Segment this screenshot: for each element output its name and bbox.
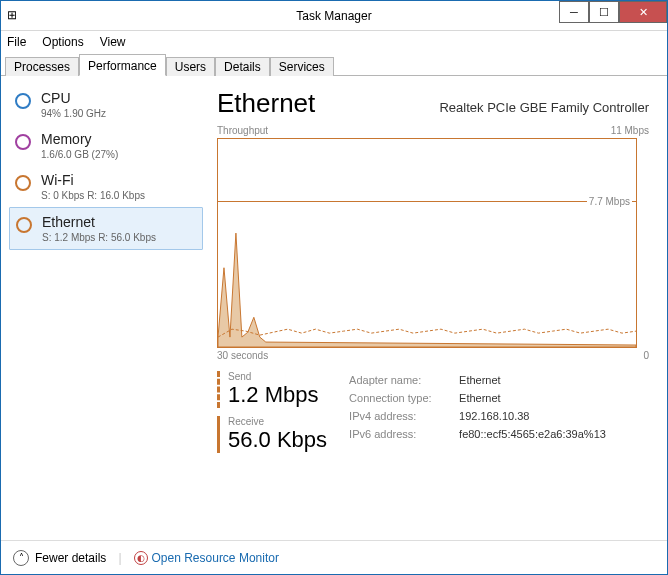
sidebar-label-memory: Memory [41, 131, 118, 147]
info-val-adapter: Ethernet [459, 371, 501, 389]
performance-sidebar: CPU 94% 1.90 GHz Memory 1.6/6.0 GB (27%)… [1, 76, 211, 536]
info-key-conn: Connection type: [349, 389, 459, 407]
title-bar: ⊞ Task Manager ─ ☐ ✕ [1, 1, 667, 31]
time-axis-start: 30 seconds [217, 350, 268, 361]
tab-bar: Processes Performance Users Details Serv… [1, 52, 667, 76]
chart-svg [218, 139, 636, 347]
resource-monitor-label: Open Resource Monitor [152, 551, 279, 565]
send-stat: Send 1.2 Mbps [217, 371, 327, 408]
time-axis-end: 0 [643, 350, 649, 361]
chart-top-right-label: 11 Mbps [611, 125, 649, 136]
menu-options[interactable]: Options [42, 35, 83, 49]
cpu-icon [15, 93, 31, 109]
tab-services[interactable]: Services [270, 57, 334, 76]
info-val-ipv4: 192.168.10.38 [459, 407, 529, 425]
sidebar-label-ethernet: Ethernet [42, 214, 156, 230]
info-key-ipv4: IPv4 address: [349, 407, 459, 425]
maximize-button[interactable]: ☐ [589, 1, 619, 23]
sidebar-sub-cpu: 94% 1.90 GHz [41, 108, 106, 119]
tab-processes[interactable]: Processes [5, 57, 79, 76]
app-icon: ⊞ [7, 8, 23, 24]
sidebar-label-cpu: CPU [41, 90, 106, 106]
receive-value: 56.0 Kbps [228, 427, 327, 453]
throughput-chart: 7.7 Mbps [217, 138, 637, 348]
info-val-ipv6: fe80::ecf5:4565:e2a6:39a%13 [459, 425, 606, 443]
sidebar-sub-ethernet: S: 1.2 Mbps R: 56.0 Kbps [42, 232, 156, 243]
chart-top-left-label: Throughput [217, 125, 268, 136]
window-buttons: ─ ☐ ✕ [559, 1, 667, 23]
menu-file[interactable]: File [7, 35, 26, 49]
sidebar-item-ethernet[interactable]: Ethernet S: 1.2 Mbps R: 56.0 Kbps [9, 207, 203, 250]
fewer-details-button[interactable]: ˄ Fewer details [13, 550, 106, 566]
sidebar-label-wifi: Wi-Fi [41, 172, 145, 188]
open-resource-monitor-link[interactable]: ◐ Open Resource Monitor [134, 551, 279, 565]
sidebar-sub-memory: 1.6/6.0 GB (27%) [41, 149, 118, 160]
adapter-full-name: Realtek PCIe GBE Family Controller [439, 100, 649, 115]
ethernet-icon [16, 217, 32, 233]
info-val-conn: Ethernet [459, 389, 501, 407]
adapter-info: Adapter name:Ethernet Connection type:Et… [349, 371, 606, 461]
receive-label: Receive [228, 416, 327, 427]
send-value: 1.2 Mbps [228, 382, 327, 408]
menu-bar: File Options View [1, 31, 667, 52]
detail-panel: Ethernet Realtek PCIe GBE Family Control… [211, 76, 667, 536]
sidebar-item-cpu[interactable]: CPU 94% 1.90 GHz [9, 84, 203, 125]
wifi-icon [15, 175, 31, 191]
chevron-up-icon: ˄ [13, 550, 29, 566]
fewer-details-label: Fewer details [35, 551, 106, 565]
resource-monitor-icon: ◐ [134, 551, 148, 565]
sidebar-item-wifi[interactable]: Wi-Fi S: 0 Kbps R: 16.0 Kbps [9, 166, 203, 207]
detail-title: Ethernet [217, 88, 315, 119]
receive-stat: Receive 56.0 Kbps [217, 416, 327, 453]
info-key-adapter: Adapter name: [349, 371, 459, 389]
info-key-ipv6: IPv6 address: [349, 425, 459, 443]
menu-view[interactable]: View [100, 35, 126, 49]
minimize-button[interactable]: ─ [559, 1, 589, 23]
main-area: CPU 94% 1.90 GHz Memory 1.6/6.0 GB (27%)… [1, 76, 667, 536]
tab-details[interactable]: Details [215, 57, 270, 76]
window-title: Task Manager [296, 9, 371, 23]
sidebar-sub-wifi: S: 0 Kbps R: 16.0 Kbps [41, 190, 145, 201]
tab-users[interactable]: Users [166, 57, 215, 76]
footer-separator: | [118, 551, 121, 565]
sidebar-item-memory[interactable]: Memory 1.6/6.0 GB (27%) [9, 125, 203, 166]
send-label: Send [228, 371, 327, 382]
memory-icon [15, 134, 31, 150]
tab-performance[interactable]: Performance [79, 54, 166, 76]
close-button[interactable]: ✕ [619, 1, 667, 23]
footer-bar: ˄ Fewer details | ◐ Open Resource Monito… [1, 540, 667, 574]
